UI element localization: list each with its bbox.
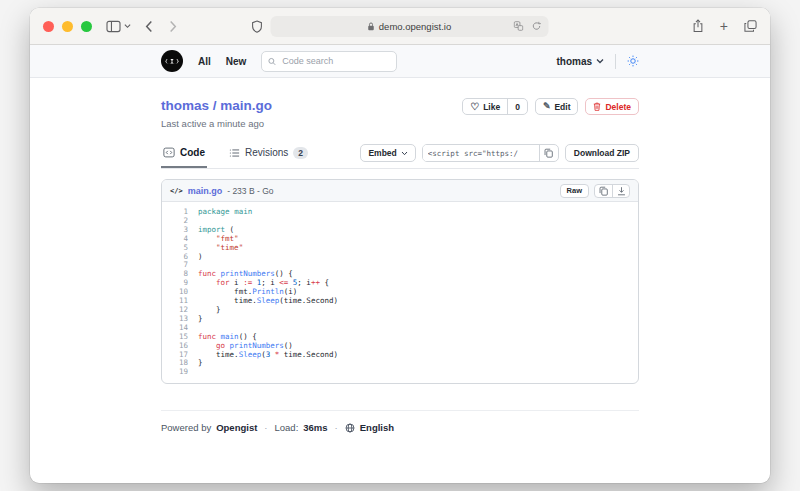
close-window-button[interactable]	[43, 21, 54, 32]
header-divider	[615, 54, 616, 69]
code-card-header: </> main.go - 233 B - Go Raw	[162, 180, 638, 202]
file-name-link[interactable]: main.go	[188, 186, 223, 196]
tab-revisions[interactable]: Revisions 2	[227, 145, 310, 169]
edit-button[interactable]: ✎ Edit	[535, 98, 579, 115]
file-actions-group	[594, 184, 630, 198]
sidebar-icon	[106, 20, 121, 33]
load-label: Load:	[275, 422, 299, 433]
line-number[interactable]: 8	[162, 270, 198, 279]
tab-overview-icon	[744, 20, 757, 32]
code-search-box	[261, 51, 397, 72]
user-menu-button[interactable]: thomas	[556, 56, 604, 67]
embed-dropdown-button[interactable]: Embed	[360, 144, 415, 162]
like-label: Like	[483, 102, 500, 112]
plus-icon: +	[720, 19, 728, 33]
copy-embed-button[interactable]	[539, 145, 558, 161]
raw-label: Raw	[567, 186, 582, 195]
chevron-down-icon	[596, 58, 604, 64]
line-number[interactable]: 6	[162, 253, 198, 262]
code-line-text	[198, 368, 203, 377]
revisions-count-badge: 2	[293, 147, 308, 159]
tab-overview-button[interactable]	[744, 20, 757, 32]
chevron-left-icon	[145, 20, 153, 33]
like-button-group: ♡ Like 0	[462, 98, 528, 115]
line-number[interactable]: 5	[162, 244, 198, 253]
download-zip-label: Download ZIP	[574, 148, 630, 158]
delete-button[interactable]: Delete	[585, 98, 639, 115]
back-button[interactable]	[145, 20, 153, 33]
opengist-logo[interactable]	[161, 50, 183, 72]
file-language: Go	[262, 186, 273, 196]
line-number[interactable]: 1	[162, 208, 198, 217]
opengist-footer-link[interactable]: Opengist	[216, 422, 257, 433]
theme-toggle-button[interactable]	[627, 55, 639, 67]
forward-button[interactable]	[169, 20, 177, 33]
share-icon	[692, 19, 704, 33]
zoom-window-button[interactable]	[81, 21, 92, 32]
embed-snippet-input[interactable]	[423, 145, 539, 161]
line-number[interactable]: 7	[162, 261, 198, 270]
code-line: 13}	[162, 315, 638, 324]
gist-header: thomas / main.go Last active a minute ag…	[161, 78, 639, 129]
browser-toolbar: demo.opengist.io +	[30, 8, 770, 45]
privacy-shield-button[interactable]	[252, 20, 263, 33]
nav-new-link[interactable]: New	[226, 56, 247, 67]
revisions-tab-label: Revisions	[245, 147, 288, 158]
revisions-list-icon	[229, 148, 240, 158]
code-tab-label: Code	[180, 147, 205, 158]
line-number[interactable]: 3	[162, 226, 198, 235]
sun-icon	[627, 55, 639, 67]
raw-button[interactable]: Raw	[560, 184, 589, 198]
line-number[interactable]: 2	[162, 217, 198, 226]
reload-button[interactable]	[532, 21, 542, 31]
trash-icon	[593, 102, 601, 111]
download-file-button[interactable]	[612, 185, 629, 197]
code-line: 18}	[162, 359, 638, 368]
new-tab-button[interactable]: +	[720, 19, 728, 33]
gist-title: thomas / main.go	[161, 98, 272, 113]
translate-icon	[514, 21, 524, 31]
title-separator: /	[209, 98, 220, 113]
like-button[interactable]: ♡ Like	[463, 99, 507, 114]
file-meta: - 233 B - Go	[227, 186, 273, 196]
code-line-text: time.Sleep(3 * time.Second)	[198, 351, 338, 360]
gist-owner-link[interactable]: thomas	[161, 98, 209, 113]
embed-snippet-group	[422, 144, 559, 162]
code-line-text: package main	[198, 208, 252, 217]
download-zip-button[interactable]: Download ZIP	[565, 144, 639, 162]
chevron-right-icon	[169, 20, 177, 33]
sidebar-toggle-button[interactable]	[106, 20, 121, 33]
line-number[interactable]: 4	[162, 235, 198, 244]
code-tab-icon	[163, 147, 175, 158]
address-bar[interactable]: demo.opengist.io	[271, 16, 549, 37]
line-number[interactable]: 19	[162, 368, 198, 377]
code-line: 11 time.Sleep(time.Second)	[162, 297, 638, 306]
safari-window: demo.opengist.io +	[30, 8, 770, 483]
code-line: 6)	[162, 253, 638, 262]
copy-code-button[interactable]	[595, 185, 612, 197]
code-card: </> main.go - 233 B - Go Raw	[161, 179, 639, 384]
tab-code[interactable]: Code	[161, 145, 207, 168]
download-icon	[617, 186, 626, 196]
code-line-text: "time"	[198, 244, 243, 253]
share-button[interactable]	[692, 19, 704, 33]
like-count[interactable]: 0	[507, 99, 527, 114]
chevron-down-icon	[124, 23, 131, 29]
shield-icon	[252, 20, 263, 33]
code-line: 1package main	[162, 208, 638, 217]
chevron-down-icon	[401, 151, 408, 156]
minimize-window-button[interactable]	[62, 21, 73, 32]
language-selector[interactable]: English	[360, 422, 394, 433]
nav-all-link[interactable]: All	[198, 56, 211, 67]
translate-button[interactable]	[514, 21, 524, 31]
load-value: 36ms	[303, 422, 327, 433]
code-line: 17 time.Sleep(3 * time.Second)	[162, 351, 638, 360]
gist-filename-link[interactable]: main.go	[220, 98, 272, 113]
sidebar-menu-button[interactable]	[124, 23, 131, 29]
search-input[interactable]	[280, 55, 390, 67]
globe-icon	[345, 423, 355, 433]
page-footer: Powered by Opengist · Load: 36ms · Engli…	[161, 410, 639, 433]
heart-icon: ♡	[470, 102, 479, 112]
reload-icon	[532, 21, 542, 31]
url-text: demo.opengist.io	[379, 21, 451, 32]
